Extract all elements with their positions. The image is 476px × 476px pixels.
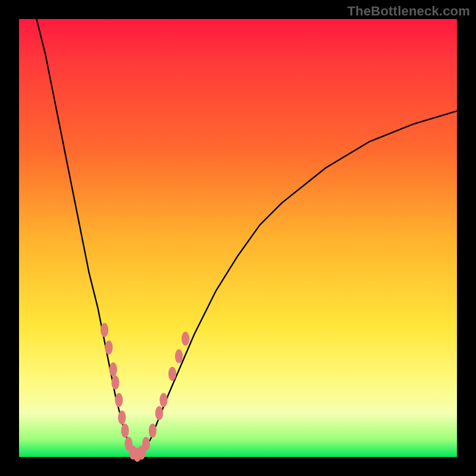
marker-group <box>101 323 189 462</box>
curve-left-branch <box>36 19 137 457</box>
watermark-text: TheBottleneck.com <box>347 4 470 19</box>
curve-layer <box>19 19 457 457</box>
data-marker <box>159 393 167 408</box>
data-marker <box>175 349 183 364</box>
chart-frame: TheBottleneck.com <box>0 0 476 476</box>
data-marker <box>168 367 176 381</box>
data-marker <box>111 375 119 390</box>
data-marker <box>105 340 112 355</box>
data-marker <box>101 323 108 337</box>
data-marker <box>155 406 163 421</box>
data-marker <box>121 424 129 438</box>
data-marker <box>109 362 117 377</box>
data-marker <box>149 424 156 438</box>
plot-area <box>19 19 457 457</box>
data-marker <box>115 393 123 408</box>
curve-right-branch <box>137 111 457 457</box>
data-marker <box>181 332 189 346</box>
data-marker <box>118 411 126 425</box>
data-marker <box>142 437 150 451</box>
